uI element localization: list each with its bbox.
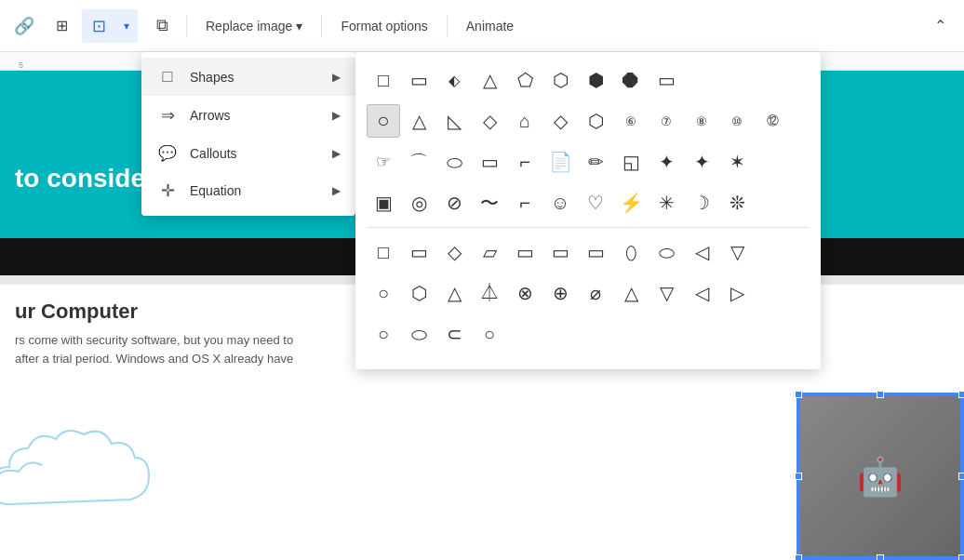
menu-item-callouts[interactable]: 💬 Callouts ▶: [141, 135, 355, 171]
shape-pentagon[interactable]: ⬠: [508, 63, 542, 97]
link-button[interactable]: 🔗: [7, 9, 41, 43]
shape-hex-2[interactable]: ⬡: [579, 104, 612, 138]
shape-square-frame[interactable]: ▣: [367, 186, 400, 220]
shape-ex-para[interactable]: ▱: [473, 235, 506, 269]
shape-doc[interactable]: 📄: [543, 145, 577, 179]
shape-ex-half[interactable]: ⊂: [437, 317, 471, 351]
shape-sun[interactable]: ✳: [649, 186, 683, 220]
shape-ex-downtri[interactable]: ▽: [649, 276, 683, 310]
shape-ex-drum[interactable]: ⏃: [473, 276, 506, 310]
shape-target[interactable]: ◎: [402, 186, 435, 220]
shape-ex-bisect[interactable]: ⌀: [579, 276, 612, 310]
menu-item-shapes[interactable]: □ Shapes ▶: [141, 58, 355, 96]
shapes-grid-1: □ ▭ ⬖ △ ⬠ ⬡ ⬢ ⯃ ▭: [367, 63, 810, 97]
shape-rectangle[interactable]: □: [367, 63, 400, 97]
resize-handle-bl[interactable]: [795, 554, 802, 560]
shape-roof[interactable]: ⌂: [508, 104, 542, 138]
menu-item-arrows[interactable]: ⇒ Arrows ▶: [141, 96, 355, 135]
shape-moon[interactable]: ☽: [685, 186, 718, 220]
format-options-button[interactable]: Format options: [329, 9, 438, 43]
robot-image[interactable]: 🤖: [797, 393, 964, 560]
shape-num-7[interactable]: ⑦: [649, 104, 683, 138]
shape-ex-plus[interactable]: ⊕: [543, 276, 577, 310]
shape-ex-circle[interactable]: ○: [367, 276, 400, 310]
resize-handle-bc[interactable]: [877, 554, 884, 560]
shape-ex-db[interactable]: ▭: [543, 235, 577, 269]
crop-button-group: ⊡ ▾: [82, 9, 138, 43]
shape-octagon[interactable]: ⯃: [614, 63, 648, 97]
resize-handle-ml[interactable]: [795, 473, 802, 480]
shape-no[interactable]: ⊘: [437, 186, 471, 220]
shape-dropdown-menu: □ Shapes ▶ ⇒ Arrows ▶ 💬 Callouts ▶ ✛ Equ…: [141, 52, 355, 216]
shape-snowflake[interactable]: ❊: [720, 186, 754, 220]
shape-ex-xsquare[interactable]: ⊗: [508, 276, 542, 310]
shape-corner[interactable]: ⌐: [508, 145, 542, 179]
shapes-submenu: □ ▭ ⬖ △ ⬠ ⬡ ⬢ ⯃ ▭ ○ △ ◺ ◇ ⌂ ◇ ⬡ ⑥ ⑦ ⑧ ⑩ …: [355, 52, 821, 369]
shape-ex-uptri[interactable]: △: [614, 276, 648, 310]
add-image-button[interactable]: ⊞: [45, 9, 78, 43]
menu-item-equation[interactable]: ✛ Equation ▶: [141, 171, 355, 210]
shape-num-8[interactable]: ⑧: [685, 104, 718, 138]
shape-star-4[interactable]: ✦: [649, 145, 683, 179]
shape-ex-diamond[interactable]: ◇: [437, 235, 471, 269]
shapes-icon: □: [156, 67, 179, 87]
shape-triangle[interactable]: △: [473, 63, 506, 97]
shape-ex-tape[interactable]: ▭: [508, 235, 542, 269]
shape-diamond[interactable]: ◇: [473, 104, 506, 138]
resize-handle-tl[interactable]: [795, 391, 802, 398]
shape-right-tri[interactable]: ◺: [437, 104, 471, 138]
shape-tri-2[interactable]: △: [402, 104, 435, 138]
resize-handle-tr[interactable]: [958, 391, 964, 398]
shape-ex-oval[interactable]: ⬭: [649, 235, 683, 269]
shape-lightning[interactable]: ⚡: [614, 186, 648, 220]
mask-button[interactable]: ⧉: [145, 9, 179, 43]
shape-round-rect-2[interactable]: ▭: [649, 63, 683, 97]
crop-dropdown-button[interactable]: ▾: [115, 9, 138, 43]
animate-button[interactable]: Animate: [455, 9, 525, 43]
shape-heart[interactable]: ♡: [579, 186, 612, 220]
shape-ex-queue[interactable]: ▭: [579, 235, 612, 269]
shape-ex-down-arrow[interactable]: ▽: [720, 235, 754, 269]
shape-ex-ring[interactable]: ○: [473, 317, 506, 351]
shape-num-6[interactable]: ⑥: [614, 104, 648, 138]
shape-cursor[interactable]: ☞: [367, 145, 400, 179]
shape-circle[interactable]: ○: [367, 104, 400, 138]
shape-oval[interactable]: ⬭: [437, 145, 471, 179]
resize-handle-br[interactable]: [958, 554, 964, 560]
shape-doc-fold[interactable]: ⌐: [508, 186, 542, 220]
shapes-section-extra-1: □ ▭ ◇ ▱ ▭ ▭ ▭ ⬯ ⬭ ◁ ▽: [367, 235, 810, 269]
shape-ex-rect[interactable]: □: [367, 235, 400, 269]
shape-hexagon[interactable]: ⬡: [543, 63, 577, 97]
shape-cross[interactable]: ◱: [614, 145, 648, 179]
crop-button[interactable]: ⊡: [82, 9, 115, 43]
shape-ex-hex2[interactable]: ⬡: [402, 276, 435, 310]
shape-ex-stadium[interactable]: ⬯: [614, 235, 648, 269]
replace-image-button[interactable]: Replace image ▾: [194, 9, 314, 43]
shape-pencil[interactable]: ✏: [579, 145, 612, 179]
shape-smiley[interactable]: ☺: [543, 186, 577, 220]
shape-num-10[interactable]: ⑩: [720, 104, 754, 138]
shape-ex-stadium2[interactable]: ⬭: [402, 317, 435, 351]
shape-star-6[interactable]: ✶: [720, 145, 754, 179]
shape-wave[interactable]: 〜: [473, 186, 506, 220]
shape-ex-tri[interactable]: △: [437, 276, 471, 310]
resize-handle-tc[interactable]: [877, 391, 884, 398]
shapes-section-basic-4: ▣ ◎ ⊘ 〜 ⌐ ☺ ♡ ⚡ ✳ ☽ ❊: [367, 186, 810, 220]
shape-diamond-2[interactable]: ◇: [543, 104, 577, 138]
shapes-grid-extra-1: □ ▭ ◇ ▱ ▭ ▭ ▭ ⬯ ⬭ ◁ ▽: [367, 235, 810, 269]
shape-arc[interactable]: ⌒: [402, 145, 435, 179]
shape-ex-lefttri[interactable]: ◁: [685, 276, 718, 310]
shape-ex-rrect[interactable]: ▭: [402, 235, 435, 269]
shape-ex-crescent[interactable]: ○: [367, 317, 400, 351]
shapes-divider: [367, 227, 810, 228]
shape-num-12[interactable]: ⑫: [756, 104, 789, 138]
shape-star-5[interactable]: ✦: [685, 145, 718, 179]
shape-ex-left-arrow[interactable]: ◁: [685, 235, 718, 269]
shape-frame[interactable]: ▭: [473, 145, 506, 179]
shape-rounded-rect[interactable]: ▭: [402, 63, 435, 97]
shape-parallelogram[interactable]: ⬖: [437, 63, 471, 97]
shape-heptagon[interactable]: ⬢: [579, 63, 612, 97]
collapse-button[interactable]: ⌃: [923, 9, 957, 43]
shape-ex-righttri[interactable]: ▷: [720, 276, 754, 310]
resize-handle-mr[interactable]: [958, 473, 964, 480]
